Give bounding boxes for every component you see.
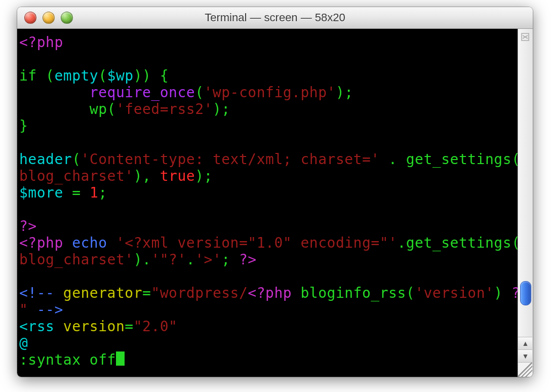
terminal-content[interactable]: <?php if (empty($wp)) { require_once('wp… — [17, 29, 518, 377]
concat: . — [186, 251, 195, 268]
titlebar[interactable]: Terminal — screen — 58x20 — [17, 7, 533, 29]
eq: = — [125, 318, 133, 335]
attr: generator — [63, 285, 142, 301]
string: '>' — [195, 251, 221, 268]
php-close: ?> — [239, 251, 257, 268]
echo: echo — [72, 234, 116, 251]
comment-close: --> — [37, 301, 63, 318]
string: '<?xml version="1.0" encoding="' — [116, 234, 397, 251]
zoom-icon[interactable] — [61, 12, 73, 24]
true: true — [160, 168, 195, 184]
string: blog_charset' — [19, 168, 134, 184]
indent — [19, 101, 90, 117]
fn-getsettings: get_settings — [406, 234, 511, 251]
fn-wp: wp — [90, 101, 107, 117]
fn-bloginfo: bloginfo_rss — [300, 285, 406, 301]
scroll-top-icon — [519, 31, 531, 43]
php-close: ?> — [19, 218, 37, 234]
fn-getsettings: get_settings — [406, 151, 511, 168]
paren: ( — [98, 67, 107, 84]
scrollbar[interactable]: ▲ ▼ — [518, 29, 533, 377]
close: ), — [134, 168, 160, 184]
var-more: $more — [19, 184, 63, 201]
keyword-if: if — [19, 67, 46, 84]
php-open: <?php — [19, 234, 72, 251]
string: 'feed=rss2' — [116, 101, 213, 117]
at-sign: @ — [19, 335, 28, 351]
fn-require: require_once — [90, 84, 195, 101]
paren: ( — [511, 234, 518, 251]
close: ); — [213, 101, 230, 117]
string-close: " — [19, 301, 37, 318]
attr: version — [63, 318, 125, 335]
traffic-lights — [24, 12, 73, 24]
paren: ( — [107, 101, 116, 117]
indent — [19, 84, 90, 101]
string: "wordpress/ — [151, 285, 248, 301]
semi: ; — [98, 184, 107, 201]
string: '"?' — [151, 251, 186, 268]
scroll-thumb[interactable] — [520, 281, 531, 305]
tag-rss: <rss — [19, 318, 63, 335]
minimize-icon[interactable] — [43, 12, 55, 24]
var-wp: $wp — [107, 67, 134, 84]
paren: ( — [511, 151, 518, 168]
brace: } — [19, 117, 28, 134]
php-open: <?php — [248, 285, 300, 301]
paren-close: )) { — [134, 67, 169, 84]
comment-open: <!-- — [19, 285, 63, 301]
close: ); — [195, 168, 213, 184]
semi: ; — [221, 251, 239, 268]
paren: ( — [406, 285, 415, 301]
close: ); — [336, 84, 353, 101]
fn-empty: empty — [54, 67, 98, 84]
terminal-body: <?php if (empty($wp)) { require_once('wp… — [17, 29, 533, 377]
vim-command: :syntax off — [19, 351, 116, 368]
concat: . — [397, 234, 406, 251]
close-icon[interactable] — [24, 12, 36, 24]
paren: ( — [46, 67, 54, 84]
scroll-down-button[interactable]: ▼ — [518, 349, 532, 362]
string: 'wp-config.php' — [204, 84, 336, 101]
close: ) — [494, 285, 511, 301]
terminal-window: Terminal — screen — 58x20 <?php if (empt… — [17, 7, 533, 377]
paren: ( — [195, 84, 204, 101]
scroll-up-button[interactable]: ▲ — [518, 337, 532, 349]
fn-header: header — [19, 151, 72, 168]
close: ). — [134, 251, 151, 268]
php-open-tag: <?php — [19, 34, 63, 51]
number: 1 — [90, 184, 98, 201]
assign: = — [63, 184, 90, 201]
cursor-icon — [116, 351, 125, 366]
paren: ( — [72, 151, 81, 168]
string: 'Content-type: text/xml; charset=' — [81, 151, 380, 168]
string: 'version' — [415, 285, 494, 301]
eq: = — [142, 285, 151, 301]
php-close: ?> — [511, 285, 518, 301]
string: blog_charset' — [19, 251, 134, 268]
window-title: Terminal — screen — 58x20 — [17, 11, 533, 24]
concat: . — [380, 151, 406, 168]
resize-handle-icon[interactable] — [518, 362, 532, 377]
string: "2.0" — [134, 318, 178, 335]
scroll-track[interactable] — [518, 43, 533, 337]
